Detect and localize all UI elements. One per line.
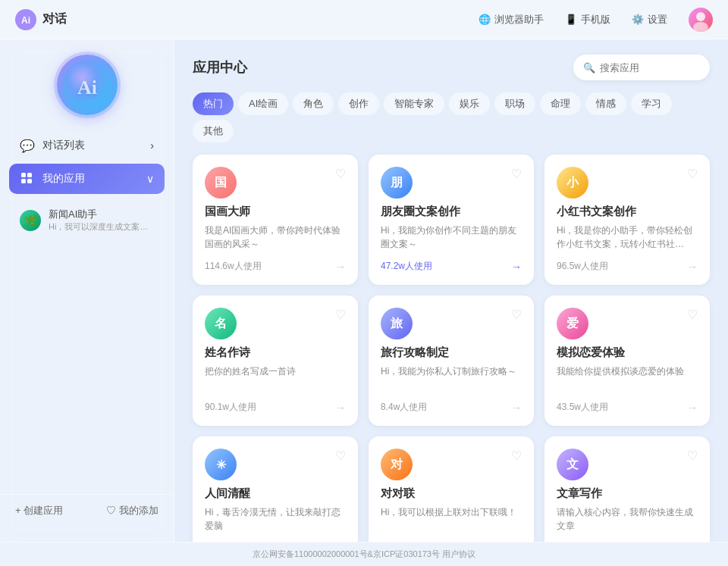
app-card-header: 朋 ♡ [381,167,522,199]
app-desc: Hi，我能为你创作不同主题的朋友圈文案～ [381,224,522,251]
avatar[interactable] [689,8,713,32]
favorite-button[interactable]: ♡ [511,449,522,463]
svg-rect-8 [27,173,32,177]
favorite-button[interactable]: ♡ [335,167,346,181]
news-ai-avatar: 🌿 [20,210,41,231]
conversation-icon: 💬 [20,138,35,153]
usage-count: 96.5w人使用 [557,260,608,273]
tab-角色[interactable]: 角色 [293,92,334,115]
footer: 京公网安备11000002000001号&京ICP证030173号 用户协议 [0,542,728,566]
app-card-7[interactable]: ✳ ♡ 人间清醒 Hi，毒舌冷漠无情，让我来敲打恋爱脑 13.9w人使用 → [193,436,358,542]
tab-创作[interactable]: 创作 [338,92,379,115]
search-input[interactable] [600,62,700,73]
app-desc: Hi，我可以根据上联对出下联哦！ [381,505,522,533]
app-card-header: 小 ♡ [557,167,698,199]
favorite-button[interactable]: ♡ [511,308,522,322]
app-icon: 对 [381,449,413,480]
app-card-5[interactable]: 旅 ♡ 旅行攻略制定 Hi，我能为你私人订制旅行攻略～ 8.4w人使用 → [369,296,534,426]
favorite-button[interactable]: ♡ [511,167,522,181]
app-arrow-icon: → [335,261,346,273]
favorite-button[interactable]: ♡ [335,449,346,463]
header-logo[interactable]: Ai 对话 [15,9,67,30]
header-nav: 🌐 浏览器助手 📱 手机版 ⚙️ 设置 [479,8,713,32]
nav-settings[interactable]: ⚙️ 设置 [632,13,667,27]
my-added-button[interactable]: ♡ 我的添加 [106,504,158,518]
app-desc: 我是AI国画大师，带你跨时代体验国画的风采～ [205,224,346,251]
search-icon: 🔍 [583,62,595,73]
settings-icon: ⚙️ [632,14,644,25]
app-icon: 朋 [381,167,413,199]
app-card-3[interactable]: 小 ♡ 小红书文案创作 Hi，我是你的小助手，带你轻松创作小红书文案，玩转小红书… [544,155,710,285]
sidebar-submenu: 🌿 新闻AI助手 Hi，我可以深度生成文案，也可… [0,197,174,243]
app-card-header: 名 ♡ [205,308,346,339]
header: Ai 对话 🌐 浏览器助手 📱 手机版 ⚙️ 设置 [0,0,728,39]
favorite-button[interactable]: ♡ [687,167,698,181]
favorite-button[interactable]: ♡ [687,308,698,322]
tab-命理[interactable]: 命理 [540,92,581,115]
app-arrow-icon: → [335,402,346,414]
sidebar-submenu-news-ai[interactable]: 🌿 新闻AI助手 Hi，我可以深度生成文案，也可… [9,202,165,239]
app-card-1[interactable]: 国 ♡ 国画大师 我是AI国画大师，带你跨时代体验国画的风采～ 114.6w人使… [193,155,358,285]
sidebar-ai-icon: Ai [57,55,118,115]
search-box[interactable]: 🔍 [573,55,710,80]
my-added-label: ♡ 我的添加 [106,504,158,518]
app-arrow-icon: → [511,402,522,414]
sidebar-logo-area: Ai [0,55,174,115]
tab-bar: 热门AI绘画角色创作智能专家娱乐职场命理情感学习其他 [193,92,710,142]
app-card-9[interactable]: 文 ♡ 文章写作 请输入核心内容，我帮你快速生成文章 642w人使用 → [544,436,710,542]
app-usage: 114.6w人使用 → [205,260,346,273]
app-card-8[interactable]: 对 ♡ 对对联 Hi，我可以根据上联对出下联哦！ 31.3w人使用 → [369,436,534,542]
app-icon: ✳ [205,449,237,480]
header-title: 对话 [42,11,67,27]
app-usage: 8.4w人使用 → [381,401,522,414]
tab-其他[interactable]: 其他 [193,120,234,142]
nav-settings-label: 设置 [648,13,667,27]
tab-学习[interactable]: 学习 [631,92,672,115]
nav-browser[interactable]: 🌐 浏览器助手 [479,13,544,27]
app-card-header: 文 ♡ [557,449,698,480]
favorite-button[interactable]: ♡ [687,449,698,463]
app-desc: Hi，毒舌冷漠无情，让我来敲打恋爱脑 [205,505,346,533]
tab-情感[interactable]: 情感 [585,92,626,115]
tab-热门[interactable]: 热门 [193,92,234,115]
nav-mobile[interactable]: 📱 手机版 [565,13,610,27]
app-card-4[interactable]: 名 ♡ 姓名作诗 把你的姓名写成一首诗 90.1w人使用 → [193,296,358,426]
svg-text:Ai: Ai [77,77,97,99]
svg-point-3 [693,22,708,32]
usage-count: 47.2w人使用 [381,260,432,273]
sidebar-item-conversation[interactable]: 💬 对话列表 › [9,130,165,161]
tab-娱乐[interactable]: 娱乐 [449,92,490,115]
usage-count: 8.4w人使用 [381,401,427,414]
svg-point-2 [696,12,705,21]
nav-browser-label: 浏览器助手 [494,13,544,27]
tab-职场[interactable]: 职场 [494,92,535,115]
app-title: 文章写作 [557,486,698,501]
svg-rect-9 [21,179,26,183]
app-card-2[interactable]: 朋 ♡ 朋友圈文案创作 Hi，我能为你创作不同主题的朋友圈文案～ 47.2w人使… [369,155,534,285]
app-desc: Hi，我是你的小助手，带你轻松创作小红书文案，玩转小红书社… [557,224,698,251]
tab-智能专家[interactable]: 智能专家 [384,92,444,115]
sidebar-conversation-label: 对话列表 [42,139,85,152]
app-arrow-icon: → [687,261,698,273]
app-title: 人间清醒 [205,486,346,501]
sidebar-bottom: + 创建应用 ♡ 我的添加 [0,494,174,527]
create-app-button[interactable]: + 创建应用 [15,504,63,518]
app-title: 朋友圈文案创作 [381,205,522,219]
apps-icon [20,171,35,186]
app-icon: 国 [205,167,237,199]
app-card-header: ✳ ♡ [205,449,346,480]
sidebar-myapps-label: 我的应用 [42,172,85,186]
header-logo-icon: Ai [15,9,36,30]
app-usage: 90.1w人使用 → [205,401,346,414]
svg-point-5 [63,61,111,109]
sidebar-item-myapps[interactable]: 我的应用 ∨ [9,164,165,194]
favorite-button[interactable]: ♡ [335,308,346,322]
app-title: 模拟恋爱体验 [557,346,698,360]
app-usage: 47.2w人使用 → [381,260,522,273]
tab-AI绘画[interactable]: AI绘画 [238,92,288,115]
app-title: 国画大师 [205,205,346,219]
chevron-down-icon: ∨ [146,173,154,185]
app-card-6[interactable]: 爱 ♡ 模拟恋爱体验 我能给你提供模拟谈恋爱的体验 43.5w人使用 → [544,296,710,426]
sidebar: Ai 💬 对话列表 › [0,39,174,542]
app-icon: 小 [557,167,588,199]
